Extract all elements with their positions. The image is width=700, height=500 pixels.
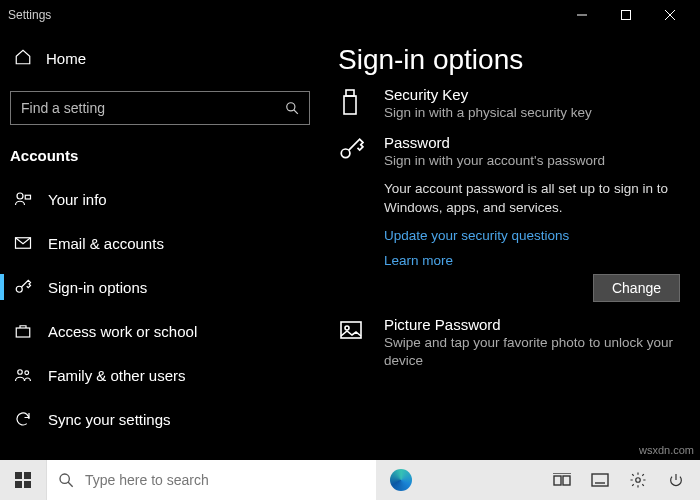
find-setting-input[interactable]: [11, 100, 275, 116]
sidebar: Home Accounts Your info Email & accounts…: [0, 30, 320, 460]
nav-label: Email & accounts: [48, 235, 164, 252]
change-button[interactable]: Change: [593, 274, 680, 302]
content: Home Accounts Your info Email & accounts…: [0, 30, 700, 460]
key-icon: [14, 278, 32, 296]
search-icon: [275, 101, 309, 115]
picture-icon: [338, 316, 366, 370]
system-tray: [552, 470, 700, 490]
settings-window: Settings Home Accounts Your info Email &…: [0, 0, 700, 460]
edge-icon[interactable]: [390, 469, 412, 491]
nav-label: Sign-in options: [48, 279, 147, 296]
link-learn-more[interactable]: Learn more: [384, 253, 680, 268]
option-desc: Your account password is all set up to s…: [384, 180, 680, 218]
nav-email-accounts[interactable]: Email & accounts: [6, 222, 314, 264]
svg-rect-19: [24, 472, 31, 479]
option-title: Security Key: [384, 86, 680, 103]
search-icon: [47, 472, 85, 488]
mail-icon: [14, 234, 32, 252]
sync-icon: [14, 410, 32, 428]
option-title: Picture Password: [384, 316, 680, 333]
start-button[interactable]: [0, 460, 46, 500]
nav-label: Access work or school: [48, 323, 197, 340]
taskbar-search[interactable]: [46, 460, 376, 500]
maximize-button[interactable]: [604, 0, 648, 30]
nav-label: Family & other users: [48, 367, 186, 384]
svg-rect-7: [25, 195, 30, 199]
taskbar-search-input[interactable]: [85, 472, 376, 488]
svg-rect-13: [346, 90, 354, 96]
home-icon: [14, 48, 32, 69]
home-label: Home: [46, 50, 86, 67]
svg-point-6: [17, 193, 23, 199]
nav-sync-settings[interactable]: Sync your settings: [6, 398, 314, 440]
nav-your-info[interactable]: Your info: [6, 178, 314, 220]
option-sub: Swipe and tap your favorite photo to unl…: [384, 334, 680, 370]
settings-gear-icon[interactable]: [628, 470, 648, 490]
svg-point-15: [341, 149, 350, 158]
option-sub: Sign in with a physical security key: [384, 104, 680, 122]
svg-rect-16: [341, 322, 361, 338]
nav-access-work-school[interactable]: Access work or school: [6, 310, 314, 352]
svg-rect-25: [563, 476, 570, 485]
option-security-key[interactable]: Security Key Sign in with a physical sec…: [338, 86, 680, 122]
minimize-button[interactable]: [560, 0, 604, 30]
svg-rect-21: [24, 481, 31, 488]
task-view-icon[interactable]: [552, 470, 572, 490]
option-title: Password: [384, 134, 680, 151]
svg-rect-27: [592, 474, 608, 486]
svg-rect-1: [622, 11, 631, 20]
svg-rect-24: [554, 476, 561, 485]
main-panel: Sign-in options Security Key Sign in wit…: [320, 30, 700, 460]
svg-point-22: [60, 474, 69, 483]
option-picture-password[interactable]: Picture Password Swipe and tap your favo…: [338, 316, 680, 370]
nav-label: Sync your settings: [48, 411, 171, 428]
find-setting-search[interactable]: [10, 91, 310, 125]
svg-point-9: [16, 286, 22, 292]
page-title: Sign-in options: [338, 44, 680, 76]
close-button[interactable]: [648, 0, 692, 30]
svg-rect-20: [15, 481, 22, 488]
taskbar: [0, 460, 700, 500]
svg-rect-10: [16, 328, 30, 337]
user-icon: [14, 190, 32, 208]
home-button[interactable]: Home: [6, 38, 314, 79]
svg-line-5: [294, 110, 298, 114]
nav-label: Your info: [48, 191, 107, 208]
titlebar: Settings: [0, 0, 700, 30]
key-icon: [338, 134, 366, 302]
svg-rect-18: [15, 472, 22, 479]
svg-point-4: [287, 103, 295, 111]
option-sub: Sign in with your account's password: [384, 152, 680, 170]
option-password[interactable]: Password Sign in with your account's pas…: [338, 134, 680, 302]
link-update-security-questions[interactable]: Update your security questions: [384, 228, 680, 243]
svg-line-23: [68, 482, 73, 487]
nav-signin-options[interactable]: Sign-in options: [6, 266, 314, 308]
watermark: wsxdn.com: [639, 444, 694, 456]
people-icon: [14, 366, 32, 384]
usb-key-icon: [338, 86, 366, 122]
power-icon[interactable]: [666, 470, 686, 490]
nav-family-other-users[interactable]: Family & other users: [6, 354, 314, 396]
svg-point-17: [345, 326, 349, 330]
touch-keyboard-icon[interactable]: [590, 470, 610, 490]
section-accounts: Accounts: [6, 139, 314, 176]
svg-point-11: [18, 370, 23, 375]
app-title: Settings: [8, 8, 51, 22]
briefcase-icon: [14, 322, 32, 340]
svg-rect-14: [344, 96, 356, 114]
svg-point-29: [636, 478, 641, 483]
svg-point-12: [25, 371, 29, 375]
